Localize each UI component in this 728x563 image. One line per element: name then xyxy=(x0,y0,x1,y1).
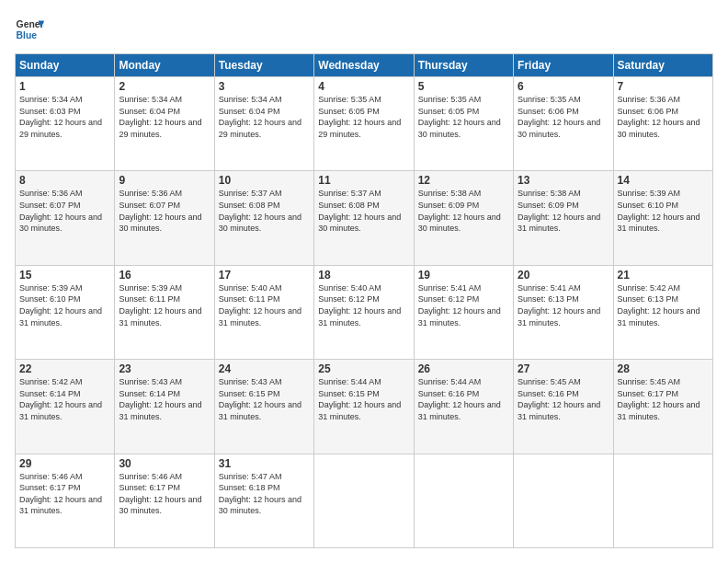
calendar-header-monday: Monday xyxy=(115,54,214,77)
day-number: 13 xyxy=(518,174,609,187)
calendar-cell xyxy=(613,454,712,547)
day-number: 23 xyxy=(119,362,210,375)
day-info: Sunrise: 5:43 AMSunset: 6:14 PMDaylight:… xyxy=(119,376,210,422)
calendar-cell: 15Sunrise: 5:39 AMSunset: 6:10 PMDayligh… xyxy=(16,265,115,359)
day-number: 30 xyxy=(119,457,210,470)
calendar-cell: 20Sunrise: 5:41 AMSunset: 6:13 PMDayligh… xyxy=(514,265,613,359)
calendar-cell: 16Sunrise: 5:39 AMSunset: 6:11 PMDayligh… xyxy=(115,265,214,359)
day-info: Sunrise: 5:38 AMSunset: 6:09 PMDaylight:… xyxy=(518,188,609,234)
day-number: 17 xyxy=(219,269,310,282)
calendar-cell: 9Sunrise: 5:36 AMSunset: 6:07 PMDaylight… xyxy=(115,171,214,265)
logo-icon: General Blue xyxy=(15,15,44,44)
calendar-week-5: 29Sunrise: 5:46 AMSunset: 6:17 PMDayligh… xyxy=(16,454,713,547)
day-number: 29 xyxy=(19,457,110,470)
calendar-cell: 5Sunrise: 5:35 AMSunset: 6:05 PMDaylight… xyxy=(414,77,513,171)
calendar-cell: 22Sunrise: 5:42 AMSunset: 6:14 PMDayligh… xyxy=(16,360,115,454)
calendar-cell: 11Sunrise: 5:37 AMSunset: 6:08 PMDayligh… xyxy=(314,171,414,265)
calendar-cell: 7Sunrise: 5:36 AMSunset: 6:06 PMDaylight… xyxy=(613,77,712,171)
calendar-cell: 25Sunrise: 5:44 AMSunset: 6:15 PMDayligh… xyxy=(314,360,414,454)
day-info: Sunrise: 5:39 AMSunset: 6:10 PMDaylight:… xyxy=(618,188,709,234)
calendar-cell: 14Sunrise: 5:39 AMSunset: 6:10 PMDayligh… xyxy=(613,171,712,265)
calendar-cell: 19Sunrise: 5:41 AMSunset: 6:12 PMDayligh… xyxy=(414,265,513,359)
day-number: 28 xyxy=(618,362,709,375)
day-info: Sunrise: 5:47 AMSunset: 6:18 PMDaylight:… xyxy=(219,471,310,517)
day-info: Sunrise: 5:34 AMSunset: 6:03 PMDaylight:… xyxy=(19,94,110,140)
day-info: Sunrise: 5:44 AMSunset: 6:16 PMDaylight:… xyxy=(418,376,509,422)
calendar-cell: 4Sunrise: 5:35 AMSunset: 6:05 PMDaylight… xyxy=(314,77,414,171)
day-info: Sunrise: 5:40 AMSunset: 6:12 PMDaylight:… xyxy=(318,282,409,328)
day-number: 10 xyxy=(219,174,310,187)
calendar-header-saturday: Saturday xyxy=(613,54,712,77)
day-number: 20 xyxy=(518,269,609,282)
calendar-header-row: SundayMondayTuesdayWednesdayThursdayFrid… xyxy=(16,54,713,77)
calendar-cell: 10Sunrise: 5:37 AMSunset: 6:08 PMDayligh… xyxy=(214,171,313,265)
day-number: 8 xyxy=(19,174,110,187)
day-info: Sunrise: 5:34 AMSunset: 6:04 PMDaylight:… xyxy=(219,94,310,140)
logo: General Blue xyxy=(15,15,44,44)
day-info: Sunrise: 5:36 AMSunset: 6:07 PMDaylight:… xyxy=(19,188,110,234)
day-info: Sunrise: 5:35 AMSunset: 6:06 PMDaylight:… xyxy=(518,94,609,140)
day-info: Sunrise: 5:35 AMSunset: 6:05 PMDaylight:… xyxy=(318,94,409,140)
calendar-cell: 18Sunrise: 5:40 AMSunset: 6:12 PMDayligh… xyxy=(314,265,414,359)
day-number: 15 xyxy=(19,269,110,282)
calendar-header-thursday: Thursday xyxy=(414,54,513,77)
calendar-cell: 8Sunrise: 5:36 AMSunset: 6:07 PMDaylight… xyxy=(16,171,115,265)
day-info: Sunrise: 5:44 AMSunset: 6:15 PMDaylight:… xyxy=(318,376,409,422)
day-number: 12 xyxy=(418,174,509,187)
day-info: Sunrise: 5:42 AMSunset: 6:13 PMDaylight:… xyxy=(618,282,709,328)
day-info: Sunrise: 5:45 AMSunset: 6:17 PMDaylight:… xyxy=(618,376,709,422)
day-info: Sunrise: 5:42 AMSunset: 6:14 PMDaylight:… xyxy=(19,376,110,422)
calendar-week-2: 8Sunrise: 5:36 AMSunset: 6:07 PMDaylight… xyxy=(16,171,713,265)
calendar-week-3: 15Sunrise: 5:39 AMSunset: 6:10 PMDayligh… xyxy=(16,265,713,359)
calendar-header-friday: Friday xyxy=(514,54,613,77)
calendar-cell: 30Sunrise: 5:46 AMSunset: 6:17 PMDayligh… xyxy=(115,454,214,547)
calendar-cell xyxy=(414,454,513,547)
svg-text:Blue: Blue xyxy=(17,30,38,40)
day-number: 2 xyxy=(119,80,210,93)
calendar-cell: 24Sunrise: 5:43 AMSunset: 6:15 PMDayligh… xyxy=(214,360,313,454)
day-number: 24 xyxy=(219,362,310,375)
day-number: 27 xyxy=(518,362,609,375)
header: General Blue xyxy=(15,15,713,44)
day-number: 3 xyxy=(219,80,310,93)
day-info: Sunrise: 5:41 AMSunset: 6:12 PMDaylight:… xyxy=(418,282,509,328)
day-number: 7 xyxy=(618,80,709,93)
day-info: Sunrise: 5:38 AMSunset: 6:09 PMDaylight:… xyxy=(418,188,509,234)
calendar-cell: 26Sunrise: 5:44 AMSunset: 6:16 PMDayligh… xyxy=(414,360,513,454)
day-info: Sunrise: 5:46 AMSunset: 6:17 PMDaylight:… xyxy=(119,471,210,517)
day-number: 11 xyxy=(318,174,409,187)
day-number: 31 xyxy=(219,457,310,470)
calendar-cell: 28Sunrise: 5:45 AMSunset: 6:17 PMDayligh… xyxy=(613,360,712,454)
calendar-cell: 1Sunrise: 5:34 AMSunset: 6:03 PMDaylight… xyxy=(16,77,115,171)
day-number: 25 xyxy=(318,362,409,375)
day-number: 26 xyxy=(418,362,509,375)
day-number: 14 xyxy=(618,174,709,187)
calendar-cell: 2Sunrise: 5:34 AMSunset: 6:04 PMDaylight… xyxy=(115,77,214,171)
calendar-cell: 3Sunrise: 5:34 AMSunset: 6:04 PMDaylight… xyxy=(214,77,313,171)
calendar-header-wednesday: Wednesday xyxy=(314,54,414,77)
day-info: Sunrise: 5:39 AMSunset: 6:11 PMDaylight:… xyxy=(119,282,210,328)
day-number: 21 xyxy=(618,269,709,282)
day-number: 16 xyxy=(119,269,210,282)
calendar-cell: 6Sunrise: 5:35 AMSunset: 6:06 PMDaylight… xyxy=(514,77,613,171)
day-info: Sunrise: 5:36 AMSunset: 6:07 PMDaylight:… xyxy=(119,188,210,234)
calendar-cell xyxy=(314,454,414,547)
calendar-header-sunday: Sunday xyxy=(16,54,115,77)
day-number: 6 xyxy=(518,80,609,93)
day-number: 5 xyxy=(418,80,509,93)
calendar-week-4: 22Sunrise: 5:42 AMSunset: 6:14 PMDayligh… xyxy=(16,360,713,454)
day-number: 18 xyxy=(318,269,409,282)
calendar-week-1: 1Sunrise: 5:34 AMSunset: 6:03 PMDaylight… xyxy=(16,77,713,171)
calendar-cell: 23Sunrise: 5:43 AMSunset: 6:14 PMDayligh… xyxy=(115,360,214,454)
calendar-header-tuesday: Tuesday xyxy=(214,54,313,77)
day-info: Sunrise: 5:43 AMSunset: 6:15 PMDaylight:… xyxy=(219,376,310,422)
day-info: Sunrise: 5:40 AMSunset: 6:11 PMDaylight:… xyxy=(219,282,310,328)
calendar-cell: 12Sunrise: 5:38 AMSunset: 6:09 PMDayligh… xyxy=(414,171,513,265)
calendar-cell: 27Sunrise: 5:45 AMSunset: 6:16 PMDayligh… xyxy=(514,360,613,454)
calendar-cell: 21Sunrise: 5:42 AMSunset: 6:13 PMDayligh… xyxy=(613,265,712,359)
day-info: Sunrise: 5:37 AMSunset: 6:08 PMDaylight:… xyxy=(318,188,409,234)
calendar-cell: 13Sunrise: 5:38 AMSunset: 6:09 PMDayligh… xyxy=(514,171,613,265)
day-number: 19 xyxy=(418,269,509,282)
calendar-cell: 31Sunrise: 5:47 AMSunset: 6:18 PMDayligh… xyxy=(214,454,313,547)
day-info: Sunrise: 5:35 AMSunset: 6:05 PMDaylight:… xyxy=(418,94,509,140)
